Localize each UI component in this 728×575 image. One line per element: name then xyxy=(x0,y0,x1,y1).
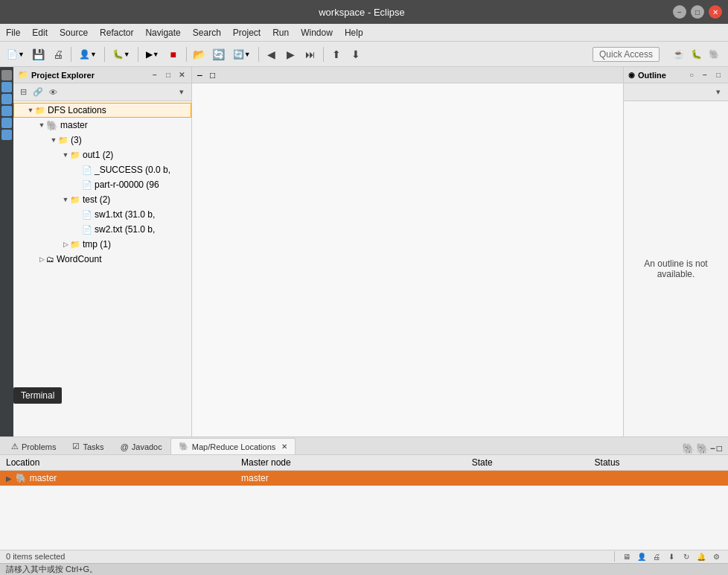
menu-window[interactable]: Window xyxy=(295,24,339,41)
left-icon-3[interactable] xyxy=(1,94,12,104)
nav-back[interactable]: ◀ xyxy=(263,45,281,63)
icon-sw2: 📄 xyxy=(82,225,92,235)
tree-item-tmp[interactable]: ▷ 📁 tmp (1) xyxy=(13,237,191,252)
outline-menu-btn[interactable]: ▾ xyxy=(712,86,725,99)
menu-help[interactable]: Help xyxy=(339,24,369,41)
separator-3 xyxy=(138,47,138,62)
filter-btn[interactable]: 👁 xyxy=(46,86,60,99)
stop-button[interactable]: ■ xyxy=(165,45,182,63)
perspective-debug[interactable]: 🐛 xyxy=(688,46,704,63)
left-icon-4[interactable] xyxy=(1,106,12,116)
close-button[interactable]: ✕ xyxy=(709,5,722,19)
tab-tasks-label: Tasks xyxy=(83,442,103,451)
explorer-minimize-btn[interactable]: − xyxy=(150,70,160,80)
tab-elephant-btn[interactable]: 🐘 xyxy=(682,442,695,454)
tree-item-dfs-locations[interactable]: ▼ 📁 DFS Locations xyxy=(13,103,191,118)
status-icon-4[interactable]: ⬇ xyxy=(665,550,677,562)
project-explorer-title: Project Explorer xyxy=(31,71,147,80)
label-master: master xyxy=(60,120,88,130)
left-icon-5[interactable] xyxy=(1,118,12,128)
left-icon-6[interactable] xyxy=(1,130,12,140)
tab-mapreduce[interactable]: 🐘 Map/Reduce Locations ✕ xyxy=(170,438,296,454)
arrow-down[interactable]: ⬇ xyxy=(347,45,365,63)
cell-location-value: master xyxy=(30,473,57,483)
tree-item-wordcount[interactable]: ▷ 🗂 WordCount xyxy=(13,252,191,267)
menu-search[interactable]: Search xyxy=(187,24,227,41)
quick-access-button[interactable]: Quick Access xyxy=(593,47,660,62)
open-task-button[interactable]: 📂 xyxy=(191,45,208,63)
view-menu-btn[interactable]: ▾ xyxy=(175,86,188,99)
label-dfs-locations: DFS Locations xyxy=(48,105,106,115)
table-row-master[interactable]: ▶ 🐘 master master xyxy=(0,471,728,486)
status-icon-7[interactable]: ⚙ xyxy=(710,550,722,562)
project-tree: ▼ 📁 DFS Locations ▼ 🐘 master xyxy=(13,101,191,436)
menu-navigate[interactable]: Navigate xyxy=(139,24,186,41)
tab-close-btn[interactable]: ✕ xyxy=(281,442,287,451)
label-tmp: tmp (1) xyxy=(83,239,111,250)
outline-collapse-btn[interactable]: ○ xyxy=(686,70,697,80)
arrow-up[interactable]: ⬆ xyxy=(328,45,345,63)
collapse-all-btn[interactable]: ⊟ xyxy=(16,86,30,99)
menu-source[interactable]: Source xyxy=(54,24,94,41)
icon-success: 📄 xyxy=(82,165,92,175)
tree-item-master[interactable]: ▼ 🐘 master xyxy=(13,118,191,133)
maximize-button[interactable]: □ xyxy=(691,5,704,19)
status-icon-6[interactable]: 🔔 xyxy=(695,550,707,562)
explorer-close-btn[interactable]: ✕ xyxy=(176,70,187,80)
bottom-status: 請移入其中或按 Ctrl+G。 xyxy=(0,563,728,575)
minimize-editor-btn[interactable]: − xyxy=(197,69,207,81)
left-icon-1[interactable] xyxy=(1,70,12,80)
menu-file[interactable]: File xyxy=(0,24,26,41)
tree-item-test[interactable]: ▼ 📁 test (2) xyxy=(13,192,191,207)
menu-edit[interactable]: Edit xyxy=(26,24,54,41)
bottom-panel: ⚠ Problems ☑ Tasks @ Javadoc 🐘 Map/Reduc… xyxy=(0,436,728,549)
bottom-maximize-btn[interactable]: □ xyxy=(717,443,722,454)
sync-dropdown[interactable]: 🔄▼ xyxy=(229,47,255,62)
perspective-elephant[interactable]: 🐘 xyxy=(706,46,722,63)
tab-elephant2-btn[interactable]: 🐘 xyxy=(696,442,709,454)
sync-button[interactable]: 🔄 xyxy=(210,45,228,63)
nav-last[interactable]: ⏭ xyxy=(301,45,319,63)
outline-minimize-btn[interactable]: − xyxy=(700,70,710,80)
tree-item-sw1[interactable]: ▷ 📄 sw1.txt (31.0 b, xyxy=(13,207,191,222)
perspective-bar: ☕ 🐛 🐘 xyxy=(667,46,725,63)
left-icon-2[interactable] xyxy=(1,82,12,92)
tab-tasks[interactable]: ☑ Tasks xyxy=(64,438,112,454)
menu-project[interactable]: Project xyxy=(227,24,266,41)
profile-dropdown[interactable]: 👤▼ xyxy=(75,47,100,62)
tree-item-out1[interactable]: ▼ 📁 out1 (2) xyxy=(13,147,191,162)
outline-title: Outline xyxy=(638,71,683,80)
status-icon-1[interactable]: 🖥 xyxy=(621,550,633,562)
new-dropdown[interactable]: 📄▼ xyxy=(3,47,28,62)
run-dropdown[interactable]: ▶▼ xyxy=(142,47,163,62)
tree-item-sw2[interactable]: ▷ 📄 sw2.txt (51.0 b, xyxy=(13,222,191,237)
tree-item-part[interactable]: ▷ 📄 part-r-00000 (96 xyxy=(13,177,191,192)
menu-refactor[interactable]: Refactor xyxy=(94,24,139,41)
nav-forward[interactable]: ▶ xyxy=(282,45,300,63)
perspective-java[interactable]: ☕ xyxy=(670,46,686,63)
status-icon-3[interactable]: 🖨 xyxy=(651,550,662,562)
tab-problems[interactable]: ⚠ Problems xyxy=(3,438,64,454)
row-expand-arrow[interactable]: ▶ xyxy=(6,474,12,483)
print-button[interactable]: 🖨 xyxy=(49,45,67,63)
debug-dropdown[interactable]: 🐛▼ xyxy=(109,47,134,62)
link-editor-btn[interactable]: 🔗 xyxy=(31,86,45,99)
terminal-button[interactable]: Terminal xyxy=(13,387,62,404)
tree-item-success[interactable]: ▷ 📄 _SUCCESS (0.0 b, xyxy=(13,162,191,177)
bottom-minimize-btn[interactable]: − xyxy=(710,443,715,454)
tree-item-3[interactable]: ▼ 📁 (3) xyxy=(13,133,191,147)
status-icon-2[interactable]: 👤 xyxy=(636,550,648,562)
arrow-master: ▼ xyxy=(37,121,46,129)
minimize-button[interactable]: − xyxy=(673,5,686,19)
tab-javadoc[interactable]: @ Javadoc xyxy=(112,438,170,454)
outline-maximize-btn[interactable]: □ xyxy=(713,70,724,80)
explorer-maximize-btn[interactable]: □ xyxy=(163,70,173,80)
save-button[interactable]: 💾 xyxy=(30,45,48,63)
maximize-editor-btn[interactable]: □ xyxy=(210,70,220,80)
icon-test: 📁 xyxy=(70,195,80,205)
label-out1: out1 (2) xyxy=(83,150,113,160)
outline-header: ◉ Outline ○ − □ xyxy=(624,67,728,83)
status-icon-5[interactable]: ↻ xyxy=(680,550,692,562)
label-sw2: sw2.txt (51.0 b, xyxy=(95,224,155,235)
menu-run[interactable]: Run xyxy=(266,24,295,41)
